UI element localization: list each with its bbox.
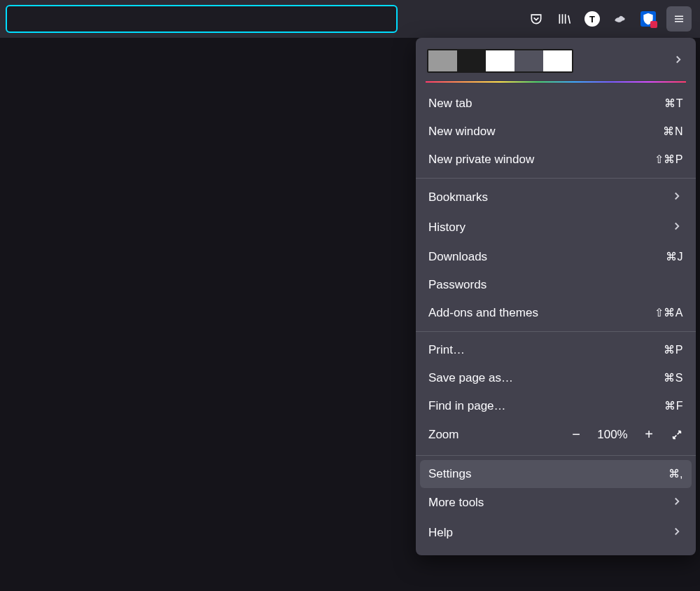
- zoom-out-button[interactable]: −: [567, 426, 585, 444]
- menu-item-passwords[interactable]: Passwords: [416, 271, 696, 299]
- pocket-icon[interactable]: [526, 9, 546, 29]
- url-bar[interactable]: [6, 5, 398, 33]
- chevron-right-icon: [672, 53, 685, 69]
- menu-item-shortcut: ⇧⌘A: [654, 306, 683, 319]
- menu-item-label: Downloads: [428, 250, 666, 264]
- menu-item-downloads[interactable]: Downloads⌘J: [416, 243, 696, 271]
- menu-item-new-private-window[interactable]: New private window⇧⌘P: [416, 146, 696, 174]
- chevron-right-icon: [671, 190, 683, 206]
- zoom-in-button[interactable]: +: [640, 426, 658, 444]
- menu-item-label: Print…: [428, 343, 664, 357]
- menu-zoom-row: Zoom − 100% +: [416, 420, 696, 451]
- menu-item-label: New tab: [428, 97, 664, 111]
- menu-item-save-page-as[interactable]: Save page as…⌘S: [416, 364, 696, 392]
- zoom-label: Zoom: [428, 428, 567, 442]
- menu-separator: [416, 178, 696, 179]
- menu-item-label: Add-ons and themes: [428, 306, 654, 320]
- menu-item-history[interactable]: History: [416, 213, 696, 243]
- fullscreen-button[interactable]: [668, 426, 686, 444]
- chevron-right-icon: [671, 495, 683, 511]
- menu-item-label: Help: [428, 526, 671, 540]
- browser-toolbar: T: [0, 0, 700, 38]
- menu-item-new-window[interactable]: New window⌘N: [416, 118, 696, 146]
- menu-separator: [416, 455, 696, 456]
- menu-item-shortcut: ⌘N: [663, 125, 683, 138]
- zoom-controls: − 100% +: [567, 426, 686, 444]
- extension-animal-icon[interactable]: [610, 9, 630, 29]
- menu-item-shortcut: ⌘S: [664, 371, 683, 384]
- account-avatar-strip: [427, 49, 573, 73]
- menu-item-label: New private window: [428, 153, 654, 167]
- menu-item-label: Passwords: [428, 278, 683, 292]
- menu-item-new-tab[interactable]: New tab⌘T: [416, 90, 696, 118]
- menu-item-find-in-page[interactable]: Find in page…⌘F: [416, 392, 696, 420]
- menu-item-shortcut: ⌘T: [664, 97, 683, 110]
- menu-item-label: Bookmarks: [428, 190, 671, 204]
- menu-item-shortcut: ⌘J: [666, 250, 683, 263]
- library-icon[interactable]: [554, 9, 574, 29]
- zoom-value: 100%: [595, 428, 630, 442]
- menu-separator: [416, 331, 696, 332]
- menu-item-shortcut: ⌘,: [668, 467, 683, 480]
- app-menu: New tab⌘TNew window⌘NNew private window⇧…: [416, 38, 696, 555]
- menu-item-bookmarks[interactable]: Bookmarks: [416, 183, 696, 213]
- menu-item-settings[interactable]: Settings⌘,: [420, 460, 692, 488]
- menu-item-label: New window: [428, 125, 663, 139]
- chevron-right-icon: [671, 220, 683, 236]
- menu-item-label: Find in page…: [428, 399, 664, 413]
- app-menu-button[interactable]: [666, 6, 692, 32]
- menu-item-label: Settings: [428, 467, 668, 481]
- menu-item-help[interactable]: Help: [416, 518, 696, 548]
- menu-item-label: Save page as…: [428, 371, 664, 385]
- menu-item-print[interactable]: Print…⌘P: [416, 336, 696, 364]
- extension-shield-icon[interactable]: [638, 9, 658, 29]
- toolbar-icons: T: [526, 6, 694, 32]
- menu-item-label: More tools: [428, 496, 671, 510]
- menu-item-shortcut: ⇧⌘P: [654, 153, 683, 166]
- menu-account-row[interactable]: [416, 43, 696, 81]
- menu-item-more-tools[interactable]: More tools: [416, 488, 696, 518]
- menu-item-shortcut: ⌘F: [664, 399, 683, 412]
- chevron-right-icon: [671, 525, 683, 541]
- menu-item-label: History: [428, 221, 671, 235]
- menu-item-shortcut: ⌘P: [664, 343, 683, 356]
- account-icon[interactable]: T: [582, 9, 602, 29]
- menu-item-add-ons-and-themes[interactable]: Add-ons and themes⇧⌘A: [416, 299, 696, 327]
